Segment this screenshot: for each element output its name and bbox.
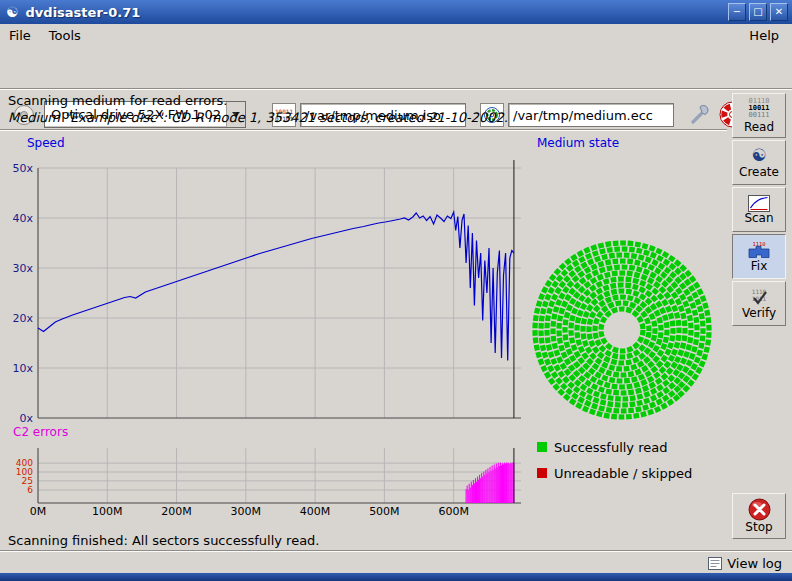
toolbar: Optical drive 52X FW 1.02 10011 01101 <box>0 47 792 88</box>
separator <box>0 550 792 552</box>
read-binary-icon: 01110 10011 00111 <box>748 98 769 119</box>
stop-button[interactable]: Stop <box>732 493 786 539</box>
menu-file[interactable]: File <box>0 25 40 46</box>
svg-text:50x: 50x <box>12 162 33 175</box>
status-line-1: Scanning medium for read errors. <box>8 92 508 109</box>
svg-text:600M: 600M <box>438 505 469 518</box>
svg-text:0x: 0x <box>19 412 33 425</box>
ecc-path-field[interactable] <box>508 103 674 127</box>
action-sidebar: 01110 10011 00111 Read ☯ Create Scan 111… <box>732 93 786 539</box>
status-line-2: Medium "Example disc": CD-R mode 1, 3534… <box>8 109 508 126</box>
titlebar[interactable]: ☯ dvdisaster-0.71 − □ ✕ <box>0 0 792 24</box>
app-yin-yang-icon: ☯ <box>6 5 19 19</box>
medium-state-disc <box>532 240 712 420</box>
read-bits-3: 00111 <box>748 112 769 119</box>
svg-text:300M: 300M <box>231 505 262 518</box>
stop-label: Stop <box>745 521 772 534</box>
menu-help[interactable]: Help <box>740 25 788 46</box>
separator <box>0 88 792 90</box>
svg-text:1110: 1110 <box>752 241 765 247</box>
view-log-label: View log <box>727 556 782 571</box>
fix-label: Fix <box>751 260 767 273</box>
read-label: Read <box>744 121 774 134</box>
create-button[interactable]: ☯ Create <box>732 140 786 185</box>
window-frame-bottom <box>0 573 792 581</box>
svg-text:10x: 10x <box>12 362 33 375</box>
scan-button[interactable]: Scan <box>732 187 786 232</box>
legend-swatch-unreadable <box>537 468 547 478</box>
svg-text:200M: 200M <box>161 505 192 518</box>
medium-state-legend: Successfully read Unreadable / skipped <box>537 437 692 489</box>
verify-check-icon: 1110 1011 <box>746 287 772 307</box>
svg-text:100: 100 <box>16 467 33 477</box>
wrench-icon <box>688 103 711 126</box>
svg-text:400M: 400M <box>300 505 331 518</box>
footer-status: Scanning finished: All sectors successfu… <box>8 533 320 548</box>
window-title: dvdisaster-0.71 <box>26 5 141 20</box>
read-button[interactable]: 01110 10011 00111 Read <box>732 93 786 138</box>
fix-puzzle-icon: 1110 <box>746 240 772 260</box>
close-button[interactable]: ✕ <box>770 3 788 21</box>
svg-text:30x: 30x <box>12 262 33 275</box>
app-window: ☯ dvdisaster-0.71 − □ ✕ File Tools Help … <box>0 0 792 581</box>
preferences-button[interactable] <box>688 103 711 129</box>
view-log-button[interactable]: View log <box>706 553 784 573</box>
svg-text:25: 25 <box>22 476 33 486</box>
legend-item-read: Successfully read <box>537 437 692 457</box>
svg-text:40x: 40x <box>12 212 33 225</box>
maximize-button[interactable]: □ <box>749 3 767 21</box>
svg-text:400: 400 <box>16 458 33 468</box>
window-controls: − □ ✕ <box>728 3 788 21</box>
yin-yang-icon: ☯ <box>751 146 766 165</box>
verify-button[interactable]: 1110 1011 Verify <box>732 281 786 326</box>
svg-text:6: 6 <box>27 485 33 495</box>
verify-label: Verify <box>742 307 776 320</box>
fix-button[interactable]: 1110 Fix <box>732 234 786 279</box>
viewlog-bar: View log <box>0 553 792 573</box>
legend-label-unreadable: Unreadable / skipped <box>554 466 692 481</box>
svg-text:0M: 0M <box>30 505 47 518</box>
create-label: Create <box>739 166 779 179</box>
stop-x-icon <box>748 498 771 521</box>
separator <box>0 129 727 131</box>
scan-chart-icon <box>748 195 770 212</box>
svg-text:20x: 20x <box>12 312 33 325</box>
scan-label: Scan <box>744 212 773 225</box>
menu-tools[interactable]: Tools <box>40 25 90 46</box>
legend-item-unreadable: Unreadable / skipped <box>537 463 692 483</box>
legend-swatch-read <box>537 442 547 452</box>
minimize-button[interactable]: − <box>728 3 746 21</box>
status-area: Scanning medium for read errors. Medium … <box>8 92 508 126</box>
svg-text:100M: 100M <box>92 505 123 518</box>
log-icon <box>708 557 722 570</box>
svg-text:500M: 500M <box>369 505 400 518</box>
menubar: File Tools Help <box>0 24 792 47</box>
legend-label-read: Successfully read <box>554 440 667 455</box>
